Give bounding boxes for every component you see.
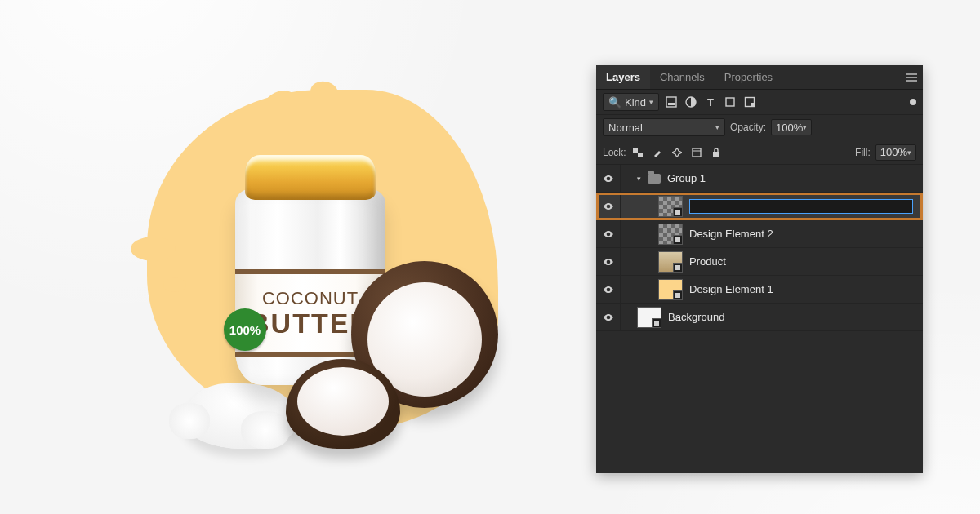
blob-shape	[163, 277, 186, 292]
svg-rect-10	[638, 153, 643, 157]
filter-kind-label: Kind	[625, 96, 646, 109]
layer-row-de1[interactable]: Design Element 1	[596, 276, 923, 304]
layer-rename-input[interactable]	[689, 199, 913, 214]
eye-icon	[603, 173, 614, 184]
eye-icon	[603, 256, 614, 268]
tab-channels[interactable]: Channels	[650, 65, 715, 89]
filter-toggle-icon[interactable]	[910, 99, 916, 105]
svg-rect-8	[751, 103, 755, 107]
layer-thumbnail	[658, 279, 683, 300]
layer-name: Design Element 1	[689, 283, 773, 295]
opacity-input[interactable]: 100% ▾	[771, 119, 812, 135]
design-canvas: COCONUT BUTTER 100%	[41, 33, 547, 490]
label-line-1: COCONUT	[262, 288, 359, 309]
opacity-value: 100%	[776, 122, 803, 134]
chevron-down-icon: ▾	[715, 123, 719, 131]
lock-label: Lock:	[603, 147, 626, 158]
lock-transparency-icon[interactable]	[631, 146, 644, 159]
lock-row: Lock: Fill: 100% ▾	[596, 140, 923, 165]
layers-tree: ▾ Group 1 Design Element 2	[596, 165, 923, 473]
svg-rect-0	[906, 73, 917, 75]
panel-menu-icon[interactable]	[900, 65, 923, 89]
visibility-toggle[interactable]	[596, 304, 621, 330]
smart-object-badge-icon	[673, 207, 683, 217]
layer-row-de2[interactable]: Design Element 2	[596, 220, 923, 248]
fill-input[interactable]: 100% ▾	[875, 144, 916, 161]
disclosure-icon[interactable]: ▾	[637, 175, 641, 183]
lock-paint-icon[interactable]	[651, 146, 664, 159]
visibility-toggle[interactable]	[596, 248, 621, 275]
svg-rect-2	[906, 80, 917, 82]
chevron-down-icon: ▾	[649, 98, 653, 106]
lock-position-icon[interactable]	[670, 146, 684, 159]
search-icon: 🔍	[608, 96, 621, 109]
layer-name: Group 1	[667, 172, 706, 184]
filter-type-icon[interactable]: T	[703, 95, 718, 109]
blend-row: Normal ▾ Opacity: 100% ▾	[596, 115, 923, 140]
visibility-toggle[interactable]	[596, 276, 621, 303]
layer-row-background[interactable]: Background	[596, 304, 923, 331]
blend-mode-value: Normal	[608, 122, 643, 134]
layer-row-editing[interactable]	[596, 193, 923, 220]
badge-100: 100%	[224, 308, 266, 351]
svg-rect-4	[668, 103, 675, 105]
filter-kind-select[interactable]: 🔍 Kind ▾	[603, 93, 659, 111]
chevron-down-icon: ▾	[803, 123, 807, 131]
filter-pixel-icon[interactable]	[664, 95, 679, 109]
svg-rect-1	[906, 77, 917, 78]
filter-shape-icon[interactable]	[723, 95, 737, 109]
layer-name: Design Element 2	[689, 228, 773, 240]
visibility-toggle[interactable]	[596, 193, 621, 219]
smart-object-badge-icon	[673, 235, 683, 245]
tab-properties[interactable]: Properties	[715, 65, 782, 89]
coconut-flakes	[184, 383, 298, 449]
eye-icon	[603, 201, 614, 212]
svg-rect-13	[713, 152, 719, 157]
jar-lid	[245, 155, 376, 200]
svg-rect-11	[693, 148, 701, 157]
panel-tabs: Layers Channels Properties	[596, 65, 923, 90]
layers-panel: Layers Channels Properties 🔍 Kind ▾ T No…	[596, 65, 923, 473]
smart-object-badge-icon	[673, 263, 683, 273]
chevron-down-icon: ▾	[907, 148, 911, 157]
layer-thumbnail	[658, 224, 683, 245]
tab-layers[interactable]: Layers	[596, 65, 650, 89]
layer-thumbnail	[658, 251, 683, 273]
blend-mode-select[interactable]: Normal ▾	[603, 118, 725, 136]
blob-shape	[131, 237, 176, 261]
opacity-label: Opacity:	[730, 122, 766, 133]
folder-icon	[648, 174, 661, 184]
svg-rect-3	[666, 97, 676, 107]
filter-adjust-icon[interactable]	[684, 95, 698, 109]
layer-thumbnail	[637, 307, 662, 328]
layer-row-group[interactable]: ▾ Group 1	[596, 165, 923, 193]
fill-label: Fill:	[855, 147, 871, 158]
smart-object-badge-icon	[652, 318, 662, 328]
layer-row-product[interactable]: Product	[596, 248, 923, 276]
layer-name: Product	[689, 255, 726, 268]
visibility-toggle[interactable]	[596, 165, 621, 192]
visibility-toggle[interactable]	[596, 220, 621, 247]
eye-icon	[603, 284, 614, 295]
filter-row: 🔍 Kind ▾ T	[596, 90, 923, 115]
filter-smart-icon[interactable]	[742, 95, 757, 109]
fill-value: 100%	[880, 146, 907, 158]
eye-icon	[603, 312, 614, 323]
lock-all-icon[interactable]	[710, 146, 723, 159]
layer-thumbnail	[658, 196, 683, 217]
svg-rect-6	[726, 98, 734, 106]
layer-name: Background	[668, 311, 724, 323]
lock-artboard-icon[interactable]	[690, 146, 703, 159]
eye-icon	[603, 228, 614, 240]
svg-rect-9	[633, 148, 638, 153]
smart-object-badge-icon	[673, 290, 683, 300]
